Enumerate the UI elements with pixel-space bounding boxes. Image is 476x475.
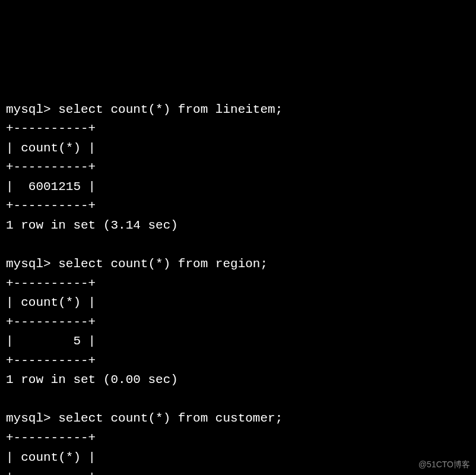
table-header: | count(*) | [6, 141, 96, 155]
query-block-2: mysql> select count(*) from region; +---… [6, 257, 268, 387]
table-row: | 5 | [6, 334, 96, 348]
table-border: +----------+ [6, 470, 96, 475]
result-summary: 1 row in set (0.00 sec) [6, 373, 178, 387]
result-summary: 1 row in set (3.14 sec) [6, 218, 178, 232]
watermark: @51CTO博客 [418, 458, 470, 471]
table-border: +----------+ [6, 354, 96, 368]
table-border: +----------+ [6, 160, 96, 174]
query-block-3: mysql> select count(*) from customer; +-… [6, 411, 283, 475]
mysql-prompt: mysql> [6, 103, 58, 116]
table-row: | 6001215 | [6, 180, 96, 194]
table-header: | count(*) | [6, 451, 96, 464]
sql-command: select count(*) from customer; [58, 411, 283, 425]
table-border: +----------+ [6, 315, 96, 329]
mysql-prompt: mysql> [6, 411, 58, 425]
table-border: +----------+ [6, 277, 96, 290]
table-border: +----------+ [6, 122, 96, 135]
table-border: +----------+ [6, 199, 96, 213]
terminal-output: mysql> select count(*) from lineitem; +-… [6, 81, 470, 475]
sql-command: select count(*) from lineitem; [58, 103, 283, 116]
mysql-prompt: mysql> [6, 257, 58, 271]
table-header: | count(*) | [6, 296, 96, 309]
query-block-1: mysql> select count(*) from lineitem; +-… [6, 103, 283, 232]
sql-command: select count(*) from region; [58, 257, 268, 271]
table-border: +----------+ [6, 431, 96, 445]
